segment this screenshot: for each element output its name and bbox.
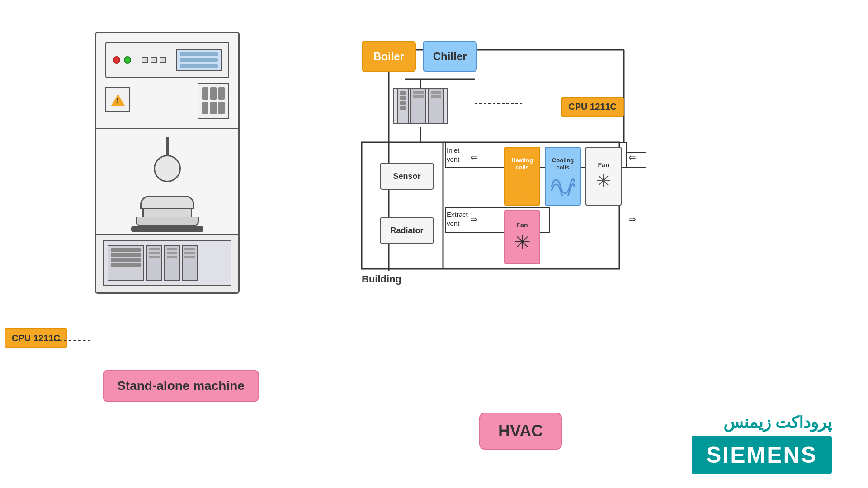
fan-right-label: Fan (598, 161, 609, 169)
keypad-btn-1 (202, 87, 208, 100)
fan-right-icon: ✳ (596, 170, 611, 191)
display-line-2 (180, 58, 218, 62)
extract-vent-label: Extractvent (447, 210, 468, 228)
plc-line-1 (111, 248, 141, 252)
svg-text:⇒: ⇒ (628, 214, 636, 224)
right-section: ⇐ ⇐ ⇒ ⇒ Boiler Chiller (335, 14, 651, 352)
siemens-logo: SIEMENS (692, 436, 832, 474)
belt-top (140, 196, 194, 209)
sensor-label: Sensor (393, 172, 420, 181)
plc-line-3 (111, 258, 141, 262)
plc-main-left (108, 245, 144, 281)
siemens-section: پروداکت زیمنس SIEMENS (692, 413, 832, 474)
plc-unit-left (103, 240, 231, 286)
cooling-coils-label: Cooling coils (546, 157, 580, 171)
belt-base (131, 226, 203, 232)
radiator-box: Radiator (380, 217, 434, 244)
fan-bottom-label: Fan (517, 221, 528, 229)
display-line-3 (180, 64, 218, 68)
hvac-label: HVAC (479, 413, 562, 450)
fan-box-bottom: Fan ✳ (504, 210, 540, 264)
plc-main-right (397, 88, 409, 124)
plc-line-4 (111, 263, 141, 267)
cpu-dashed-line-left (54, 340, 90, 341)
fan-box-right: Fan ✳ (585, 147, 622, 206)
keypad-btn-6 (218, 102, 225, 114)
motor-component (154, 137, 181, 182)
plc-module-2 (164, 245, 180, 281)
plc-module-3 (182, 245, 198, 281)
cpu-label-right: CPU 1211C (561, 97, 624, 117)
plc-mod-r2 (428, 88, 444, 124)
belt-component (131, 196, 203, 232)
chiller-label: Chiller (433, 50, 467, 63)
keypad-btn-4 (202, 102, 208, 114)
building-label: Building (362, 273, 401, 285)
radiator-label: Radiator (390, 226, 423, 235)
plc-modules-left (146, 245, 198, 281)
warning-triangle-icon (111, 94, 125, 106)
hvac-label-text: HVAC (498, 422, 543, 440)
heating-coils-label: Heating coils (505, 157, 539, 171)
svg-text:⇒: ⇒ (470, 214, 478, 224)
belt-mid (142, 209, 192, 217)
green-light-icon (124, 56, 131, 64)
cabinet-divider (96, 128, 238, 129)
cooling-coil-svg (549, 173, 576, 196)
boiler-box: Boiler (362, 41, 416, 72)
chiller-box: Chiller (423, 41, 477, 72)
svg-text:⇐: ⇐ (470, 152, 478, 162)
belt-bottom (136, 217, 199, 226)
keypad-btn-2 (210, 87, 217, 100)
switch-3 (160, 57, 166, 63)
cooling-coils-box: Cooling coils (545, 147, 581, 206)
boiler-label: Boiler (373, 50, 404, 63)
cabinet-display (176, 49, 222, 71)
heating-coils-box: Heating coils (504, 147, 540, 206)
cabinet-bottom-section (96, 234, 238, 292)
motor-pipe (166, 137, 169, 155)
keypad-btn-3 (218, 87, 225, 100)
standalone-machine-label: Stand-alone machine (103, 370, 259, 402)
cabinet-switches (142, 57, 166, 63)
display-line-1 (180, 52, 218, 56)
siemens-persian-text: پروداکت زیمنس (723, 413, 832, 432)
plc-modules-right (410, 88, 444, 124)
cabinet-warning (105, 87, 130, 112)
inlet-vent-label: Inletvent (447, 146, 459, 164)
heating-coil-svg (509, 173, 536, 196)
switch-2 (151, 57, 157, 63)
keypad-btn-5 (210, 102, 217, 114)
svg-text:⇐: ⇐ (628, 152, 636, 162)
sensor-box: Sensor (380, 163, 434, 190)
cabinet-keypad (198, 83, 229, 119)
red-light-icon (113, 56, 120, 64)
left-section: CPU 1211C Stand-alone machine (68, 23, 294, 375)
plc-mod-r1 (410, 88, 426, 124)
plc-unit-right (393, 88, 448, 124)
cabinet-top-panel (105, 42, 229, 78)
cpu-label-left: CPU 1211C (5, 328, 67, 348)
plc-module-1 (146, 245, 162, 281)
motor-body-icon (154, 155, 181, 182)
fan-bottom-icon: ✳ (514, 230, 531, 253)
switch-1 (142, 57, 148, 63)
machine-cabinet (95, 32, 240, 294)
plc-line-2 (111, 253, 141, 257)
cabinet-lights (113, 56, 131, 64)
